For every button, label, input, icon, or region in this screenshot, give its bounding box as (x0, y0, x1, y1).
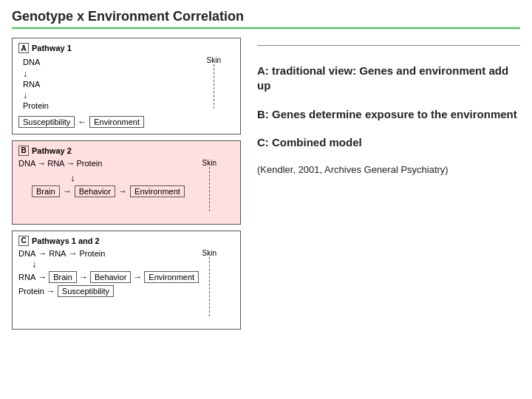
pathway-2-box: B Pathway 2 Skin DNA → RNA → Pro (12, 140, 241, 225)
pathway-3-label: C Pathways 1 and 2 (18, 236, 234, 246)
pathway-2-letter: B (18, 146, 29, 156)
pathway-1-skin-label: Skin (207, 56, 221, 64)
p1-arr2: ↓ (23, 91, 234, 100)
p1-protein: Protein (23, 100, 234, 113)
p3-environment-box: Environment (144, 271, 199, 283)
p3-protein: Protein (79, 249, 105, 258)
p3-arr5: → (133, 273, 142, 282)
pathway-3-title: Pathways 1 and 2 (32, 236, 100, 245)
right-text-a: A: traditional view: Genes and environme… (257, 64, 508, 92)
p2-brain-box: Brain (32, 185, 60, 197)
p3-protein2: Protein (18, 287, 44, 296)
p2-environment-box: Environment (130, 185, 185, 197)
p1-rna: RNA (23, 78, 234, 92)
p3-dna: DNA (18, 249, 35, 258)
p2-protein: Protein (76, 159, 102, 168)
p2-arr1: → (37, 159, 46, 168)
p2-arr4: → (118, 187, 127, 196)
right-panel: A: traditional view: Genes and environme… (250, 38, 520, 390)
p3-arr2: → (68, 249, 77, 258)
right-item-ref: (Kendler, 2001, Archives General Psychia… (257, 163, 520, 177)
p3-arr4: → (79, 273, 88, 282)
right-item-b: B: Genes determine exposure to the envir… (257, 107, 520, 122)
page-title: Genotype x Environment Correlation (12, 9, 520, 29)
p1-environment-box: Environment (89, 116, 144, 128)
pathway-1-box: A Pathway 1 Skin DNA ↓ RNA ↓ Pro (12, 38, 241, 134)
pathway-2-skin-label: Skin (202, 159, 216, 167)
p3-susceptibility-box: Susceptibility (58, 285, 114, 297)
p3-behavior-box: Behavior (90, 271, 131, 283)
pathway-1-dashed-line (214, 64, 214, 109)
pathway-1-horizontal: Susceptibility ← Environment (18, 116, 234, 128)
p3-arr3: → (38, 273, 47, 282)
pathway-2-title: Pathway 2 (32, 146, 72, 155)
p1-susceptibility-box: Susceptibility (18, 116, 75, 128)
right-item-c: C: Combined model (257, 135, 520, 150)
p3-arr6: → (47, 287, 55, 296)
right-text-ref: (Kendler, 2001, Archives General Psychia… (257, 164, 449, 175)
p3-brain-box: Brain (49, 271, 77, 283)
pathway-1-content: Skin DNA ↓ RNA ↓ Protein Susceptibility (18, 56, 234, 128)
left-panel: A Pathway 1 Skin DNA ↓ RNA ↓ Pro (12, 38, 241, 390)
pathway-1-vertical: DNA ↓ RNA ↓ Protein (23, 56, 234, 113)
pathway-3-skin-section: Skin (202, 249, 216, 316)
right-text-c: C: Combined model (257, 136, 362, 149)
p1-dna: DNA (23, 56, 234, 69)
p2-arr3: → (63, 187, 72, 196)
p3-rna: RNA (49, 249, 66, 258)
pathway-2-dashed-line (209, 167, 210, 211)
pathway-2-content: Skin DNA → RNA → Protein ↓ B (18, 159, 234, 218)
p3-rna2: RNA (18, 273, 35, 282)
main-content: A Pathway 1 Skin DNA ↓ RNA ↓ Pro (12, 38, 520, 390)
pathway-2-skin-section: Skin (202, 159, 216, 211)
pathway-3-letter: C (18, 236, 29, 246)
pathway-3-content: Skin DNA → RNA → Protein (18, 249, 234, 323)
p2-behavior-box: Behavior (75, 185, 115, 197)
right-item-a: A: traditional view: Genes and environme… (257, 64, 520, 94)
pathway-1-letter: A (18, 43, 29, 53)
p2-rna: RNA (47, 159, 64, 168)
pathway-1-label: A Pathway 1 (18, 43, 234, 53)
pathway-1-title: Pathway 1 (32, 44, 72, 52)
page: Genotype x Environment Correlation A Pat… (0, 0, 532, 399)
right-text-b: B: Genes determine exposure to the envir… (257, 108, 517, 120)
p2-dna: DNA (18, 159, 35, 168)
pathway-1-skin-section: Skin (207, 56, 221, 109)
right-separator (257, 45, 520, 46)
pathway-3-box: C Pathways 1 and 2 Skin DNA → RNA (12, 231, 241, 330)
pathway-3-skin-label: Skin (202, 249, 216, 257)
p3-arr-down1: ↓ (32, 260, 36, 269)
p1-arr1: ↓ (23, 69, 234, 78)
p1-arr3: ← (78, 117, 86, 126)
p3-arr1: → (38, 249, 47, 258)
pathway-3-dashed-line (209, 257, 210, 316)
pathway-2-label: B Pathway 2 (18, 146, 234, 156)
p2-arr2: → (66, 159, 75, 168)
